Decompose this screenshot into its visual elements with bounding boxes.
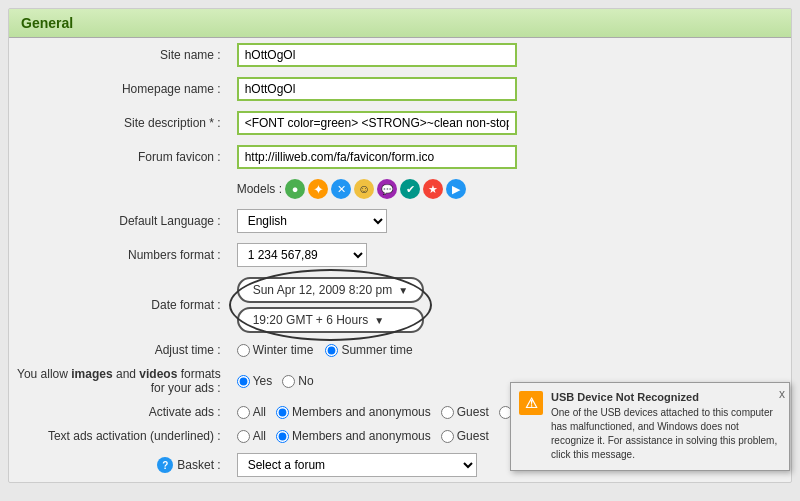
date-format-value: Sun Apr 12, 2009 8:20 pm — [253, 283, 392, 297]
models-icons-container: Models : ● ✦ ✕ ☺ 💬 ✔ ★ ▶ — [237, 179, 783, 199]
site-description-input[interactable] — [237, 111, 517, 135]
basket-label-cell: ? Basket : — [9, 448, 229, 482]
site-name-label: Site name : — [9, 38, 229, 72]
homepage-name-label: Homepage name : — [9, 72, 229, 106]
text-ads-guest-label: Guest — [457, 429, 489, 443]
numbers-format-select[interactable]: 1 234 567,89 — [237, 243, 367, 267]
summer-time-option[interactable]: Summer time — [325, 343, 412, 357]
images-videos-label-cell: You allow images and videos formatsfor y… — [9, 362, 229, 400]
date-format-dropdown[interactable]: Sun Apr 12, 2009 8:20 pm ▼ — [237, 277, 424, 303]
forum-favicon-label: Forum favicon : — [9, 140, 229, 174]
homepage-name-row: Homepage name : — [9, 72, 791, 106]
numbers-format-label: Numbers format : — [9, 238, 229, 272]
homepage-name-value-cell — [229, 72, 791, 106]
numbers-format-row: Numbers format : 1 234 567,89 — [9, 238, 791, 272]
ads-all-radio[interactable] — [237, 406, 250, 419]
winter-time-option[interactable]: Winter time — [237, 343, 314, 357]
ads-members-option[interactable]: Members and anonymous — [276, 405, 431, 419]
ads-guest-radio[interactable] — [441, 406, 454, 419]
timezone-dropdown[interactable]: 19:20 GMT + 6 Hours ▼ — [237, 307, 424, 333]
default-language-select[interactable]: English — [237, 209, 387, 233]
activate-ads-label: Activate ads : — [9, 400, 229, 424]
images-videos-label: You allow images and videos formatsfor y… — [17, 367, 221, 395]
date-format-label: Date format : — [9, 272, 229, 338]
model-icon-4[interactable]: ☺ — [354, 179, 374, 199]
forum-favicon-row: Forum favicon : — [9, 140, 791, 174]
adjust-time-label: Adjust time : — [9, 338, 229, 362]
yes-radio[interactable] — [237, 375, 250, 388]
site-description-label: Site description * : — [9, 106, 229, 140]
text-ads-guest-radio[interactable] — [441, 430, 454, 443]
model-icon-7[interactable]: ★ — [423, 179, 443, 199]
usb-warning-icon: ⚠ — [519, 391, 543, 415]
ads-all-label: All — [253, 405, 266, 419]
default-language-row: Default Language : English — [9, 204, 791, 238]
usb-content: USB Device Not Recognized One of the USB… — [551, 391, 781, 462]
basket-label: Basket : — [177, 458, 220, 472]
timezone-dropdown-arrow: ▼ — [374, 315, 384, 326]
section-title: General — [21, 15, 73, 31]
ads-guest-label: Guest — [457, 405, 489, 419]
ads-guest-option[interactable]: Guest — [441, 405, 489, 419]
usb-title: USB Device Not Recognized — [551, 391, 781, 403]
ads-members-label: Members and anonymous — [292, 405, 431, 419]
forum-favicon-input[interactable] — [237, 145, 517, 169]
usb-close-button[interactable]: x — [779, 387, 785, 401]
date-format-row: Date format : Sun Apr 12, 2009 8:20 pm ▼… — [9, 272, 791, 338]
adjust-time-value-cell: Winter time Summer time — [229, 338, 791, 362]
models-label-cell — [9, 174, 229, 204]
text-ads-all-option[interactable]: All — [237, 429, 266, 443]
forum-favicon-value-cell — [229, 140, 791, 174]
text-ads-label: Text ads activation (underlined) : — [9, 424, 229, 448]
date-dropdown-arrow: ▼ — [398, 285, 408, 296]
ads-all-option[interactable]: All — [237, 405, 266, 419]
text-ads-members-radio[interactable] — [276, 430, 289, 443]
winter-time-label: Winter time — [253, 343, 314, 357]
summer-time-label: Summer time — [341, 343, 412, 357]
models-row: Models : ● ✦ ✕ ☺ 💬 ✔ ★ ▶ — [9, 174, 791, 204]
usb-notification[interactable]: ⚠ USB Device Not Recognized One of the U… — [510, 382, 790, 471]
no-label: No — [298, 374, 313, 388]
models-label: Models : — [237, 182, 282, 196]
adjust-time-options: Winter time Summer time — [237, 343, 783, 357]
no-radio[interactable] — [282, 375, 295, 388]
site-description-row: Site description * : — [9, 106, 791, 140]
text-ads-members-label: Members and anonymous — [292, 429, 431, 443]
winter-time-radio[interactable] — [237, 344, 250, 357]
yes-label: Yes — [253, 374, 273, 388]
models-icons-cell: Models : ● ✦ ✕ ☺ 💬 ✔ ★ ▶ — [229, 174, 791, 204]
usb-body: One of the USB devices attached to this … — [551, 406, 781, 462]
text-ads-all-label: All — [253, 429, 266, 443]
model-icon-5[interactable]: 💬 — [377, 179, 397, 199]
model-icon-6[interactable]: ✔ — [400, 179, 420, 199]
model-icon-1[interactable]: ● — [285, 179, 305, 199]
model-icon-3[interactable]: ✕ — [331, 179, 351, 199]
yes-option[interactable]: Yes — [237, 374, 273, 388]
default-language-label: Default Language : — [9, 204, 229, 238]
text-ads-members-option[interactable]: Members and anonymous — [276, 429, 431, 443]
timezone-value: 19:20 GMT + 6 Hours — [253, 313, 369, 327]
homepage-name-input[interactable] — [237, 77, 517, 101]
model-icon-8[interactable]: ▶ — [446, 179, 466, 199]
site-name-row: Site name : — [9, 38, 791, 72]
ads-members-radio[interactable] — [276, 406, 289, 419]
basket-info-icon[interactable]: ? — [157, 457, 173, 473]
text-ads-guest-option[interactable]: Guest — [441, 429, 489, 443]
default-language-value-cell: English — [229, 204, 791, 238]
site-description-value-cell — [229, 106, 791, 140]
summer-time-radio[interactable] — [325, 344, 338, 357]
adjust-time-row: Adjust time : Winter time Summer time — [9, 338, 791, 362]
site-name-input[interactable] — [237, 43, 517, 67]
site-name-value-cell — [229, 38, 791, 72]
text-ads-all-radio[interactable] — [237, 430, 250, 443]
date-format-value-cell: Sun Apr 12, 2009 8:20 pm ▼ 19:20 GMT + 6… — [229, 272, 791, 338]
no-option[interactable]: No — [282, 374, 313, 388]
date-timezone-group: Sun Apr 12, 2009 8:20 pm ▼ 19:20 GMT + 6… — [237, 277, 424, 333]
numbers-format-value-cell: 1 234 567,89 — [229, 238, 791, 272]
basket-select[interactable]: Select a forum — [237, 453, 477, 477]
section-header: General — [9, 9, 791, 38]
model-icon-2[interactable]: ✦ — [308, 179, 328, 199]
